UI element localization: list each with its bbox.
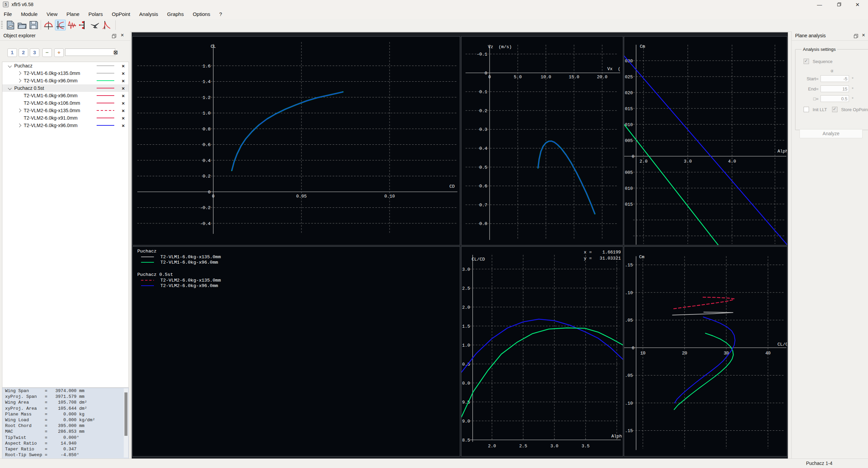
menu-options[interactable]: Options — [189, 9, 214, 19]
legend-entry-label: T2-VLM1-6.0kg-x96.0mm — [160, 260, 218, 265]
delete-item-icon[interactable]: × — [122, 63, 129, 69]
toolbar-separator — [115, 20, 116, 30]
svg-text:20.0: 20.0 — [597, 75, 607, 80]
3d-view-icon[interactable] — [90, 20, 100, 30]
analyze-button[interactable]: Analyze — [800, 129, 863, 138]
tree-row[interactable]: T2-VLM1-6.0kg-x135.0mm× — [2, 69, 129, 77]
delete-item-icon[interactable]: × — [122, 108, 129, 114]
chart-cm-vs-alpha[interactable]: 03002502001501000500050100152.03.04.0CmA… — [624, 36, 787, 245]
expand-all-button[interactable]: + — [54, 48, 64, 57]
store-oppoint-checkbox[interactable] — [832, 107, 837, 112]
wing-design-icon[interactable] — [43, 20, 54, 30]
chart-cm-vs-clcd[interactable]: .15.10.050.05.10.1510203040CmCL/C — [624, 246, 787, 456]
close-panel-icon[interactable]: × — [121, 32, 124, 38]
chart-vz-vs-vx[interactable]: -0.100.10.20.30.40.50.60.70.805.010.015.… — [461, 36, 623, 245]
lift-distribution-icon[interactable] — [101, 20, 112, 30]
clear-filter-icon[interactable]: ⊠ — [113, 49, 118, 56]
float-panel-icon[interactable] — [112, 34, 116, 40]
restore-button[interactable] — [831, 0, 847, 9]
collapse-all-button[interactable]: − — [42, 48, 52, 57]
svg-text:1.6: 1.6 — [203, 64, 211, 69]
plane-analysis-header[interactable]: Plane analysis × — [792, 32, 868, 41]
menu-view[interactable]: View — [43, 9, 61, 19]
svg-text:1.2: 1.2 — [203, 95, 211, 100]
curve-style-swatch — [97, 118, 114, 118]
start-input[interactable] — [821, 75, 849, 82]
chevron-icon[interactable] — [17, 108, 21, 112]
window-title: xflr5 v6.58 — [12, 2, 34, 7]
menu-plane[interactable]: Plane — [63, 9, 83, 19]
svg-text:5: 5 — [5, 2, 7, 7]
chart-clcd-vs-alpha[interactable]: 3.02.52.01.51.00.50.09.59.08.52.02.53.03… — [461, 246, 623, 456]
menu-polars[interactable]: Polars — [85, 9, 107, 19]
sequence-label: Sequence — [813, 59, 833, 64]
menu-graphs[interactable]: Graphs — [163, 9, 188, 19]
chevron-icon[interactable] — [17, 71, 21, 75]
chevron-icon[interactable] — [17, 79, 21, 82]
tree-row[interactable]: T2-VLM2-6.0kg-x135.0mm× — [2, 107, 129, 114]
svg-text:-0.2: -0.2 — [200, 205, 211, 210]
float-panel-icon[interactable] — [854, 34, 858, 40]
delete-item-icon[interactable]: × — [122, 78, 129, 84]
sequence-row: Sequence — [804, 59, 832, 64]
menu-module[interactable]: Module — [17, 9, 41, 19]
svg-text:0: 0 — [485, 71, 487, 76]
new-project-icon[interactable] — [5, 20, 16, 30]
delete-item-icon[interactable]: × — [122, 123, 129, 128]
delete-item-icon[interactable]: × — [122, 100, 129, 106]
tree-level-3-button[interactable]: 3 — [30, 48, 39, 57]
scrollbar[interactable] — [124, 388, 128, 457]
store-oppoint-label: Store OpPoint — [841, 107, 868, 112]
polar-view-icon[interactable] — [55, 20, 66, 30]
svg-text:0.6: 0.6 — [203, 142, 211, 147]
chevron-icon[interactable] — [17, 123, 21, 127]
menu-oppoint[interactable]: OpPoint — [108, 9, 134, 19]
svg-text:2.5: 2.5 — [462, 286, 470, 291]
filter-input[interactable] — [65, 48, 115, 56]
legend-line-swatch — [141, 285, 154, 286]
save-icon[interactable] — [28, 20, 39, 30]
chart-cl-vs-cd[interactable]: 1.61.41.21.00.80.60.40.20-0.2-0.400.050.… — [132, 36, 460, 245]
tree-row[interactable]: Puchacz 0.5st× — [2, 84, 129, 92]
end-input[interactable] — [821, 85, 849, 92]
open-project-icon[interactable] — [17, 20, 27, 30]
init-llt-checkbox[interactable] — [804, 107, 809, 112]
tree-level-1-button[interactable]: 1 — [7, 48, 17, 57]
chevron-icon[interactable] — [8, 64, 12, 67]
chevron-icon[interactable] — [8, 86, 12, 90]
delete-item-icon[interactable]: × — [122, 85, 129, 91]
moment-ref-icon[interactable] — [78, 20, 88, 30]
svg-text:015: 015 — [625, 202, 633, 207]
svg-text:0.4: 0.4 — [479, 146, 488, 151]
sequence-checkbox[interactable] — [804, 59, 809, 64]
tree-item-label: Puchacz — [14, 63, 33, 68]
tree-level-2-button[interactable]: 2 — [19, 48, 28, 57]
stability-view-icon[interactable] — [67, 20, 77, 30]
xflr5-window: 5 xflr5 v6.58 — ✕ File Module View Plane… — [0, 0, 868, 468]
menu-help[interactable]: ? — [216, 9, 226, 19]
minimize-button[interactable]: — — [812, 0, 827, 9]
object-explorer-header[interactable]: Object explorer × — [0, 32, 130, 41]
delta-input[interactable] — [821, 95, 849, 102]
legend-panel[interactable]: Puchacz T2-VLM1-6.0kg-x135.0mm T2-VLM1-6… — [132, 246, 460, 456]
delete-item-icon[interactable]: × — [122, 115, 129, 121]
menu-analysis[interactable]: Analysis — [135, 9, 162, 19]
svg-text:0: 0 — [632, 154, 634, 159]
delete-item-icon[interactable]: × — [122, 70, 129, 76]
tree-row[interactable]: T2-VLM2-6.0kg-x106.0mm× — [2, 99, 129, 107]
tree-row[interactable]: T2-VLM2-6.0kg-x96.0mm× — [2, 122, 129, 129]
svg-text:0.1: 0.1 — [479, 89, 488, 95]
tree-row[interactable]: T2-VLM2-6.0kg-x91.0mm× — [2, 114, 129, 122]
delete-item-icon[interactable]: × — [122, 93, 129, 99]
scrollbar-thumb[interactable] — [124, 392, 127, 436]
tree-row[interactable]: Puchacz× — [2, 62, 129, 69]
svg-text:0: 0 — [488, 75, 491, 80]
toolbar-drag-handle[interactable] — [1, 21, 3, 29]
close-button[interactable]: ✕ — [850, 0, 865, 9]
tree-row[interactable]: T2-VLM1-6.0kg-x96.0mm× — [2, 77, 129, 84]
tree-row[interactable]: T2-VLM1-6.0kg-x96.0mm× — [2, 92, 129, 99]
svg-text:15.0: 15.0 — [569, 75, 579, 80]
close-panel-icon[interactable]: × — [862, 32, 865, 38]
curve-style-swatch — [97, 103, 114, 103]
menu-file[interactable]: File — [0, 9, 16, 19]
